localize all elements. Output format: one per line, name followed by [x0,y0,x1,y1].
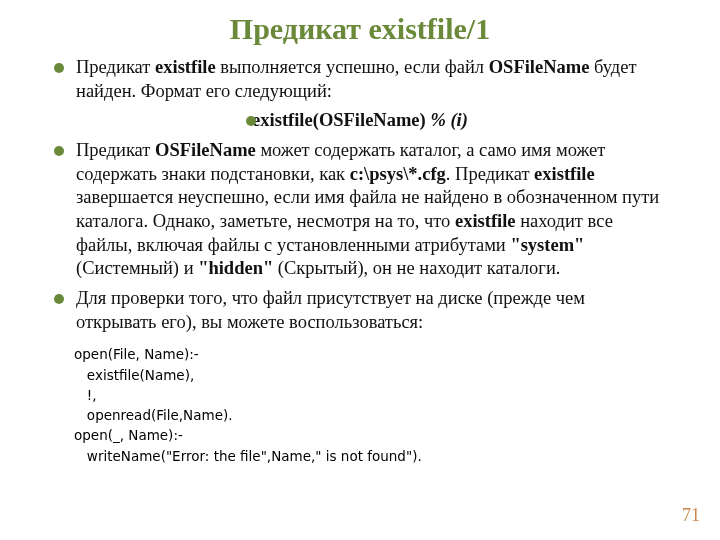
text: Предикат [76,140,155,160]
keyword-hidden: "hidden" [198,258,273,278]
bullet-item-3: Для проверки того, что файл присутствует… [50,287,670,334]
text: . Предикат [446,164,534,184]
code-block: open(File, Name):- existfile(Name), !, o… [50,340,670,466]
slide: Предикат existfile/1 Предикат existfile … [0,0,720,540]
slide-title: Предикат existfile/1 [50,12,670,46]
keyword-osfilename: OSFileName [155,140,256,160]
bullet-list: Предикат existfile выполняется успешно, … [50,56,670,334]
bullet-item-1: Предикат existfile выполняется успешно, … [50,56,670,103]
text: (Скрытый), он не находит каталоги. [273,258,560,278]
keyword-existfile: existfile [534,164,595,184]
signature-flow: % (i) [430,110,468,130]
keyword-system: "system" [510,235,584,255]
keyword-existfile: existfile [455,211,516,231]
text: Предикат [76,57,155,77]
text: выполняется успешно, если файл [216,57,489,77]
keyword-existfile: existfile [155,57,216,77]
keyword-osfilename: OSFileName [489,57,590,77]
page-number: 71 [682,505,700,526]
text: Для проверки того, что файл присутствует… [76,288,585,332]
text: (Системный) и [76,258,198,278]
signature-name: existfile(OSFileName) [252,110,430,130]
bullet-item-2: Предикат OSFileName может содержать ката… [50,139,670,281]
bullet-item-signature: existfile(OSFileName) % (i) [50,109,670,133]
keyword-path: c:\psys\*.cfg [350,164,446,184]
